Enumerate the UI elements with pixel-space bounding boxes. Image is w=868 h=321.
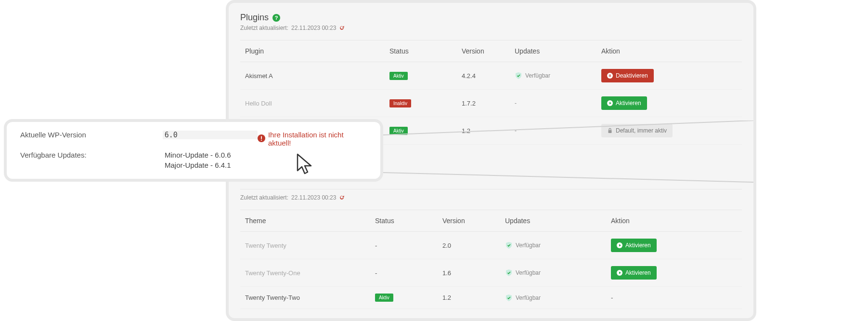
- plugins-table-header: Plugin Status Version Updates Aktion: [240, 40, 742, 62]
- major-update-value: Major-Update - 6.4.1: [165, 161, 231, 169]
- current-version-label: Aktuelle WP-Version: [20, 131, 163, 139]
- svg-rect-17: [261, 140, 262, 141]
- col-updates: Updates: [515, 47, 601, 55]
- col-action: Aktion: [611, 217, 742, 225]
- refresh-icon[interactable]: [339, 25, 345, 31]
- plugins-updated-value: 22.11.2023 00:23: [291, 25, 336, 31]
- shield-check-icon: [505, 241, 513, 249]
- table-row: Hello Doll Inaktiv 1.7.2 - Aktivieren: [240, 90, 742, 117]
- col-status: Status: [389, 47, 462, 55]
- themes-table-header: Theme Status Version Updates Aktion: [240, 210, 742, 232]
- col-version: Version: [462, 47, 515, 55]
- themes-section: Zuletzt aktualisiert: 22.11.2023 00:23 T…: [240, 189, 742, 309]
- svg-rect-8: [610, 75, 611, 77]
- button-label: Aktivieren: [625, 242, 651, 249]
- update-text: Verfügbar: [525, 72, 550, 79]
- plugins-updated-label: Zuletzt aktualisiert:: [240, 25, 288, 31]
- update-text: Verfügbar: [516, 294, 541, 301]
- svg-rect-10: [609, 130, 612, 133]
- button-label: Aktivieren: [616, 100, 641, 107]
- update-text: -: [515, 127, 517, 134]
- locked-button: Default, immer aktiv: [601, 124, 673, 137]
- available-updates-label: Verfügbare Updates:: [20, 151, 165, 159]
- refresh-icon[interactable]: [339, 195, 345, 201]
- table-row: Twenty Twenty-One - 1.6 Verfügbar Aktivi…: [240, 259, 742, 287]
- svg-point-6: [607, 73, 613, 79]
- plugins-updated-row: Zuletzt aktualisiert: 22.11.2023 00:23: [240, 25, 742, 40]
- button-label: Default, immer aktiv: [616, 127, 667, 134]
- theme-name: Twenty Twenty: [240, 242, 375, 249]
- theme-version: 2.0: [442, 242, 505, 249]
- update-text: Verfügbar: [516, 269, 541, 276]
- activate-button[interactable]: Aktivieren: [611, 266, 657, 280]
- shield-check-icon: [505, 294, 513, 302]
- col-theme: Theme: [240, 217, 375, 225]
- cursor-icon: [296, 153, 315, 176]
- plugins-title: Plugins: [240, 13, 269, 23]
- plugin-version: 1.7.2: [462, 100, 515, 107]
- status-badge: Aktiv: [389, 127, 408, 135]
- theme-version: 1.6: [442, 269, 505, 277]
- update-text: Verfügbar: [516, 242, 541, 249]
- current-version-value: 6.0: [163, 131, 258, 139]
- themes-updated-row: Zuletzt aktualisiert: 22.11.2023 00:23: [240, 189, 742, 210]
- status-badge: Aktiv: [375, 294, 393, 302]
- svg-text:?: ?: [275, 15, 278, 21]
- status-badge: Aktiv: [389, 72, 408, 80]
- plugin-version: 4.2.4: [462, 72, 515, 80]
- table-row: Twenty Twenty-Two Aktiv 1.2 Verfügbar -: [240, 287, 742, 309]
- play-icon: [617, 242, 622, 248]
- button-label: Aktivieren: [625, 269, 651, 276]
- themes-updated-value: 22.11.2023 00:23: [291, 194, 336, 201]
- plugins-heading: Plugins ?: [240, 13, 742, 23]
- play-icon: [607, 100, 613, 106]
- svg-rect-7: [609, 75, 609, 77]
- plugin-version: 1.2: [462, 127, 515, 134]
- warning-text: Ihre Installation ist nicht aktuell!: [268, 131, 367, 147]
- theme-action: -: [611, 294, 742, 301]
- activate-button[interactable]: Aktivieren: [601, 96, 647, 110]
- plugin-name: Akismet A: [240, 72, 389, 80]
- pause-icon: [607, 73, 613, 79]
- themes-table: Theme Status Version Updates Aktion Twen…: [240, 210, 742, 309]
- minor-update-value: Minor-Update - 6.0.6: [165, 151, 231, 159]
- plugin-name: Hello Doll: [240, 100, 389, 107]
- col-updates: Updates: [505, 217, 611, 225]
- col-plugin: Plugin: [240, 47, 389, 55]
- col-status: Status: [375, 217, 442, 225]
- button-label: Deaktivieren: [616, 72, 648, 79]
- table-row: Akismet A Aktiv 4.2.4 Verfügbar: [240, 62, 742, 90]
- theme-status: -: [375, 269, 442, 277]
- theme-name: Twenty Twenty-One: [240, 269, 375, 277]
- outdated-warning: Ihre Installation ist nicht aktuell!: [258, 131, 367, 147]
- table-row: Twenty Twenty - 2.0 Verfügbar Aktivieren: [240, 232, 742, 259]
- shield-check-icon: [505, 269, 513, 277]
- col-action: Aktion: [601, 47, 742, 55]
- activate-button[interactable]: Aktivieren: [611, 239, 657, 252]
- version-callout: Aktuelle WP-Version 6.0 Ihre Installatio…: [4, 119, 383, 182]
- deactivate-button[interactable]: Deaktivieren: [601, 69, 654, 82]
- theme-status: -: [375, 242, 442, 249]
- alert-icon: [258, 134, 265, 144]
- theme-version: 1.2: [442, 294, 505, 301]
- update-text: -: [515, 100, 517, 107]
- themes-updated-label: Zuletzt aktualisiert:: [240, 194, 288, 201]
- svg-rect-16: [261, 136, 262, 139]
- shield-check-icon: [515, 72, 522, 80]
- theme-name: Twenty Twenty-Two: [240, 294, 375, 301]
- col-version: Version: [442, 217, 505, 225]
- status-badge: Inaktiv: [389, 99, 411, 107]
- help-icon[interactable]: ?: [272, 14, 280, 22]
- play-icon: [617, 270, 622, 276]
- lock-icon: [607, 128, 613, 134]
